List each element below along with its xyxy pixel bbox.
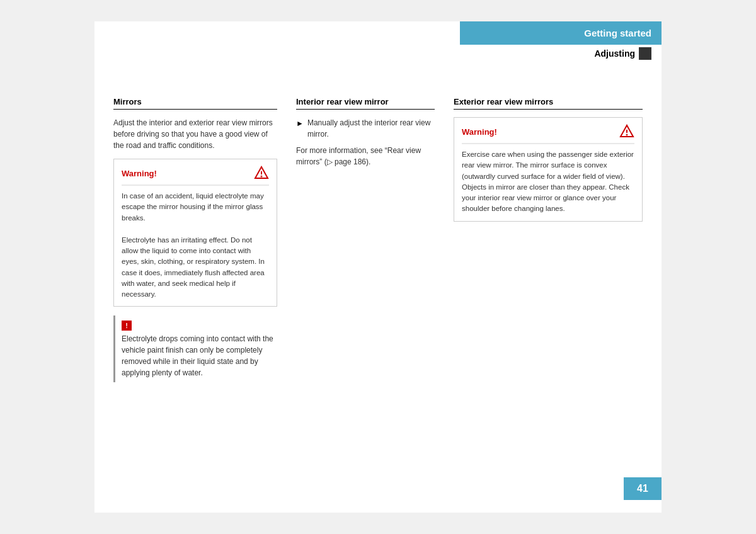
svg-point-5: [627, 135, 627, 135]
interior-mirror-more-info: For more information, see “Rear view mir…: [296, 145, 435, 168]
getting-started-header: Getting started: [460, 21, 662, 45]
main-content: Mirrors Adjust the interior and exterior…: [94, 97, 662, 390]
exterior-mirror-column: Exterior rear view mirrors Warning! Exer…: [454, 97, 643, 390]
page-number: 41: [624, 477, 662, 500]
interior-mirror-bullet-text: Manually adjust the interior rear view m…: [307, 117, 435, 140]
mirrors-title: Mirrors: [113, 97, 277, 110]
exterior-warning-icon: [619, 124, 634, 139]
header-section: Getting started Adjusting: [460, 21, 662, 62]
getting-started-label: Getting started: [584, 28, 651, 38]
mirrors-warning-text2: Electrolyte has an irritating effect. Do…: [122, 235, 269, 300]
mirrors-warning-label: Warning!: [122, 169, 157, 178]
adjusting-row: Adjusting: [460, 45, 662, 62]
mirrors-column: Mirrors Adjust the interior and exterior…: [113, 97, 277, 390]
exterior-mirror-title: Exterior rear view mirrors: [454, 97, 643, 110]
bullet-arrow-icon: ►: [296, 118, 304, 129]
svg-point-2: [261, 176, 262, 177]
mirrors-warning-header: Warning!: [122, 166, 269, 186]
black-square-icon: [639, 47, 651, 60]
interior-mirror-column: Interior rear view mirror ► Manually adj…: [296, 97, 435, 390]
note-icon: !: [122, 321, 132, 331]
page-number-text: 41: [637, 483, 648, 494]
mirrors-warning-icon: [254, 166, 269, 181]
adjusting-label: Adjusting: [594, 48, 635, 59]
exterior-warning-box: Warning! Exercise care when using the pa…: [454, 117, 643, 222]
mirrors-note-text: Electrolyte drops coming into contact wi…: [122, 333, 277, 378]
page: Getting started Adjusting Mirrors Adjust…: [94, 21, 662, 513]
interior-mirror-bullet: ► Manually adjust the interior rear view…: [296, 117, 435, 140]
interior-mirror-title: Interior rear view mirror: [296, 97, 435, 110]
exterior-warning-label: Warning!: [462, 127, 497, 137]
mirrors-warning-box: Warning! In case of an accident, liquid …: [113, 159, 277, 307]
exterior-warning-text: Exercise care when using the passenger s…: [462, 149, 634, 215]
exterior-warning-header: Warning!: [462, 124, 634, 144]
mirrors-warning-text1: In case of an accident, liquid electroly…: [122, 191, 269, 224]
mirrors-intro: Adjust the interior and exterior rear vi…: [113, 117, 277, 151]
mirrors-note-box: ! Electrolyte drops coming into contact …: [113, 315, 277, 382]
